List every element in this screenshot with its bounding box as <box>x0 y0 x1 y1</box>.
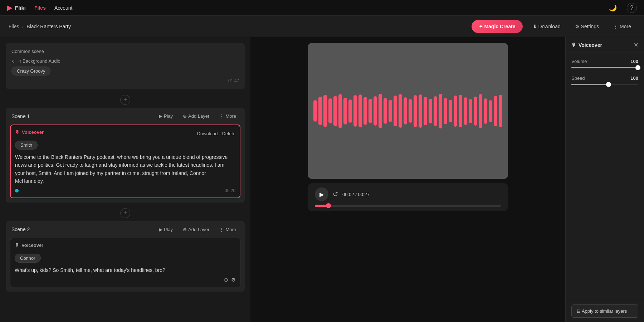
scene-2-voiceover-layer: 🎙 Voiceover Connor What's up, kids? So S… <box>10 238 240 287</box>
player-bar: ▶ ↺ 00:02 / 00:27 <box>308 183 508 211</box>
play-icon: ▶ <box>159 113 162 119</box>
scene-2-speaker-tag[interactable]: Connor <box>15 254 41 263</box>
volume-slider[interactable] <box>571 67 638 68</box>
waveform-bar <box>338 94 342 128</box>
panel-title: 🎙 Voiceover <box>571 42 634 48</box>
waveform-bar <box>484 98 487 124</box>
nav-files[interactable]: Files <box>34 5 46 11</box>
play-pause-button[interactable]: ▶ <box>315 187 328 201</box>
breadcrumb-separator: › <box>22 24 24 29</box>
scene-2-more-button[interactable]: ⋮ More <box>216 225 239 234</box>
right-panel-header: 🎙 Voiceover ✕ <box>566 37 644 53</box>
download-button[interactable]: ⬇ Download <box>528 21 565 32</box>
speed-thumb[interactable] <box>606 82 611 87</box>
common-scene-title: Common scene <box>11 49 239 54</box>
speed-slider[interactable] <box>571 84 638 85</box>
voiceover-time: 00:20 <box>225 188 235 193</box>
help-button[interactable]: ? <box>627 3 637 13</box>
right-panel: 🎙 Voiceover ✕ Volume 100 <box>565 37 644 322</box>
audio-tag[interactable]: Crazy Groovy <box>11 67 50 75</box>
breadcrumb-parent[interactable]: Files <box>9 24 19 29</box>
waveform-bar <box>389 100 392 122</box>
waveform-bar <box>424 97 427 125</box>
top-navigation: ▶ Fliki Files Account 🌙 ? <box>0 0 644 16</box>
scene-2-icons-row: ⊙ ⚙ <box>15 277 236 283</box>
add-scene-button-1[interactable]: + <box>6 92 245 108</box>
volume-label: Volume <box>571 59 587 64</box>
main-layout: Common scene ♫ ♫ Background Audio Crazy … <box>0 37 644 322</box>
plus-icon-2: + <box>120 208 130 218</box>
preview-area <box>308 43 508 179</box>
app-logo[interactable]: ▶ Fliki <box>7 4 26 12</box>
current-time: 00:02 <box>342 192 354 197</box>
speed-value: 100 <box>630 75 638 81</box>
volume-thumb[interactable] <box>635 65 640 70</box>
waveform-bar <box>318 97 322 125</box>
player-controls: ▶ ↺ 00:02 / 00:27 <box>315 187 501 201</box>
app-name: Fliki <box>15 5 26 11</box>
plus-icon-1: + <box>120 95 130 105</box>
waveform-bar <box>444 98 447 124</box>
waveform-bar <box>439 94 442 128</box>
scene-1-play-button[interactable]: ▶ ▶ Play Play <box>156 112 176 120</box>
panel-content: Volume 100 Speed 100 <box>566 53 644 300</box>
waveform-bar <box>464 97 467 125</box>
magic-create-button[interactable]: ✦ Magic Create <box>472 20 523 33</box>
scene-2-add-layer-button[interactable]: ⊕ Add Layer <box>180 225 212 234</box>
background-audio-row: ♫ ♫ Background Audio <box>11 58 239 64</box>
waveform-bar <box>364 97 367 125</box>
volume-param: Volume 100 <box>571 59 638 68</box>
common-scene-card: Common scene ♫ ♫ Background Audio Crazy … <box>6 43 245 89</box>
background-audio-label: ♫ Background Audio <box>18 58 60 64</box>
scene-2-voiceover-text: What's up, kids? So Smith, tell me, what… <box>15 266 236 274</box>
nav-account[interactable]: Account <box>54 5 73 11</box>
progress-bar[interactable] <box>315 205 501 207</box>
waveform-bar <box>323 95 327 127</box>
waveform-bar <box>479 94 482 128</box>
waveform-bar <box>459 95 462 127</box>
scene-1-add-layer-button[interactable]: ⊕ Add Layer <box>180 112 212 120</box>
waveform-bar <box>494 96 497 126</box>
scene-1-speaker-tag[interactable]: Smith <box>15 141 38 150</box>
music-icon: ♫ <box>11 58 15 64</box>
center-panel: ▶ ↺ 00:02 / 00:27 <box>250 37 565 322</box>
scene-2-icon-1[interactable]: ⊙ <box>224 277 228 283</box>
play-icon-2: ▶ <box>159 227 162 232</box>
waveform-bar <box>499 95 502 127</box>
voiceover-header: 🎙 🎙 Voiceover Voiceover Download Delete <box>15 130 235 138</box>
waveform-bar <box>429 99 432 123</box>
progress-thumb[interactable] <box>326 203 331 208</box>
left-panel: Common scene ♫ ♫ Background Audio Crazy … <box>0 37 250 322</box>
replay-button[interactable]: ↺ <box>333 190 338 198</box>
scene-1-voiceover-layer: 🎙 🎙 Voiceover Voiceover Download Delete … <box>10 125 240 198</box>
speed-fill <box>571 84 608 85</box>
waveform-bar <box>474 97 477 126</box>
scene-2-card: Scene 2 ▶ Play ⊕ Add Layer ⋮ More <box>6 221 245 292</box>
waveform-bar <box>449 100 452 122</box>
waveform-bar <box>313 100 317 122</box>
voiceover-download-link[interactable]: Download <box>197 131 218 136</box>
voiceover-text[interactable]: Welcome to the Black Ranters Party podca… <box>15 153 235 185</box>
waveform-bar <box>404 97 407 125</box>
waveform-bar <box>454 96 457 127</box>
waveform-bar <box>414 95 417 127</box>
volume-value: 100 <box>630 59 638 64</box>
waveform-bar <box>369 99 372 123</box>
add-scene-button-2[interactable]: + <box>6 205 245 221</box>
total-time: 00:27 <box>358 192 370 197</box>
waveform-bar <box>394 96 397 126</box>
settings-button[interactable]: ⚙ Settings <box>571 21 603 32</box>
waveform <box>313 89 502 132</box>
scene-2-icon-2[interactable]: ⚙ <box>231 277 236 283</box>
waveform-bar <box>343 98 347 125</box>
speed-label: Speed <box>571 75 585 81</box>
close-panel-button[interactable]: ✕ <box>634 42 638 48</box>
voiceover-delete-link[interactable]: Delete <box>222 131 235 136</box>
theme-toggle-button[interactable]: 🌙 <box>608 3 618 13</box>
more-button[interactable]: ⋮ More <box>609 21 635 32</box>
apply-to-similar-button[interactable]: ⊟ Apply to similar layers <box>571 304 638 318</box>
scene-2-play-button[interactable]: ▶ Play <box>156 225 176 234</box>
scene-1-more-button[interactable]: ⋮ More <box>216 112 239 120</box>
waveform-bar <box>409 99 412 123</box>
scene-2-title: Scene 2 <box>11 226 30 232</box>
